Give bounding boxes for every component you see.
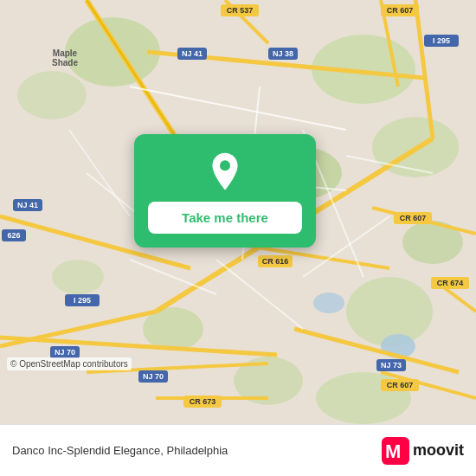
svg-point-9 <box>52 260 104 294</box>
moovit-label: moovit <box>413 441 464 460</box>
take-me-there-button[interactable]: Take me there <box>148 202 302 234</box>
svg-point-5 <box>17 71 87 119</box>
svg-text:NJ 70: NJ 70 <box>143 372 164 381</box>
svg-text:NJ 73: NJ 73 <box>381 361 402 370</box>
svg-text:Maple: Maple <box>53 48 78 58</box>
moovit-icon: M <box>382 437 409 465</box>
svg-text:CR 607: CR 607 <box>387 6 414 15</box>
svg-text:CR 616: CR 616 <box>262 257 289 266</box>
svg-text:I 295: I 295 <box>433 36 450 45</box>
svg-text:Shade: Shade <box>52 58 78 68</box>
moovit-logo: M moovit <box>382 437 464 465</box>
svg-text:NJ 41: NJ 41 <box>182 49 203 58</box>
svg-point-4 <box>65 17 160 87</box>
svg-text:M: M <box>385 441 401 462</box>
map: CR 537 CR 607 I 295 NJ 41 NJ 38 Maple Sh… <box>0 0 476 424</box>
svg-text:CR 537: CR 537 <box>227 6 254 15</box>
svg-text:I 295: I 295 <box>74 296 91 305</box>
svg-text:NJ 41: NJ 41 <box>17 201 38 209</box>
svg-text:626: 626 <box>7 231 20 240</box>
copyright-text: © OpenStreetMap contributors <box>7 357 132 370</box>
svg-text:CR 607: CR 607 <box>400 214 427 222</box>
svg-text:NJ 38: NJ 38 <box>273 49 293 58</box>
svg-point-13 <box>313 293 344 313</box>
svg-point-75 <box>220 160 230 170</box>
popup-card: Take me there <box>134 134 316 248</box>
svg-text:CR 607: CR 607 <box>387 381 414 389</box>
bottom-bar: Danco Inc-Splendid Elegance, Philadelphi… <box>0 424 476 476</box>
svg-text:NJ 70: NJ 70 <box>55 348 75 357</box>
svg-text:CR 673: CR 673 <box>190 397 216 406</box>
location-pin-icon <box>204 151 246 193</box>
svg-text:CR 674: CR 674 <box>437 279 464 287</box>
